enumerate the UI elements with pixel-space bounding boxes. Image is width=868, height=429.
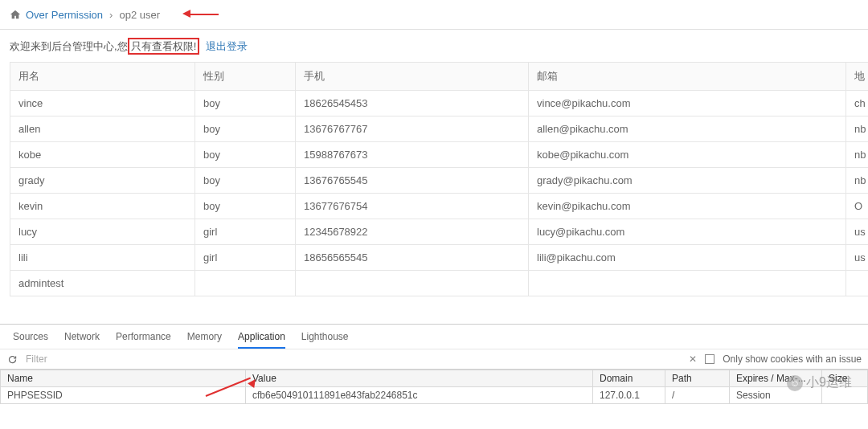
cookie-row[interactable]: PHPSESSID cfb6e504910111891e843fab224685…: [1, 387, 868, 404]
ck-domain: 127.0.0.1: [593, 387, 665, 404]
cell-gender: boy: [195, 168, 296, 194]
cell-gender: boy: [195, 91, 296, 116]
cell-phone: 15988767673: [296, 142, 529, 168]
breadcrumb-link-over-permission[interactable]: Over Permission: [26, 9, 103, 21]
cell-addr: nb: [846, 142, 869, 168]
annotation-arrow-icon: [182, 6, 219, 21]
th-phone: 手机: [296, 63, 529, 91]
devtools-panel: Sources Network Performance Memory Appli…: [0, 324, 868, 427]
cell-phone: 12345678922: [296, 219, 529, 245]
table-row: kevinboy13677676754kevin@pikachu.comO: [10, 194, 869, 219]
cell-phone: 13677676754: [296, 194, 529, 219]
cell-email: [529, 271, 846, 296]
ck-th-domain[interactable]: Domain: [593, 370, 665, 387]
cell-addr: nb: [846, 168, 869, 194]
cell-gender: girl: [195, 245, 296, 271]
th-gender: 性别: [195, 63, 296, 91]
cell-name: grady: [10, 168, 195, 194]
cell-gender: [195, 271, 296, 296]
ck-th-size[interactable]: Size: [822, 370, 868, 387]
user-table-wrap: 用名 性别 手机 邮箱 地 vinceboy18626545453vince@p…: [0, 62, 868, 296]
tab-lighthouse[interactable]: Lighthouse: [301, 329, 349, 349]
cell-email: allen@pikachu.com: [529, 116, 846, 142]
tab-application[interactable]: Application: [238, 329, 285, 349]
cell-name: allen: [10, 116, 195, 142]
cell-name: vince: [10, 91, 195, 116]
ck-th-path[interactable]: Path: [665, 370, 730, 387]
cell-addr: O: [846, 194, 869, 219]
table-row: kobeboy15988767673kobe@pikachu.comnb: [10, 142, 869, 168]
breadcrumb-current: op2 user: [119, 9, 160, 21]
tab-network[interactable]: Network: [64, 329, 100, 349]
cell-gender: boy: [195, 194, 296, 219]
cell-email: vince@pikachu.com: [529, 91, 846, 116]
cell-phone: 18656565545: [296, 245, 529, 271]
breadcrumb: Over Permission › op2 user: [0, 0, 868, 30]
table-body: vinceboy18626545453vince@pikachu.comchal…: [10, 91, 869, 296]
ck-th-name[interactable]: Name: [1, 370, 246, 387]
cell-phone: 18626545453: [296, 91, 529, 116]
filter-settings-icon[interactable]: [669, 353, 681, 366]
ck-name: PHPSESSID: [1, 387, 246, 404]
cell-name: admintest: [10, 271, 195, 296]
refresh-icon[interactable]: [6, 353, 18, 365]
cell-gender: girl: [195, 219, 296, 245]
cell-email: kevin@pikachu.com: [529, 194, 846, 219]
cookie-body: PHPSESSID cfb6e504910111891e843fab224685…: [1, 387, 868, 404]
th-addr: 地: [846, 63, 869, 91]
th-email: 邮箱: [529, 63, 846, 91]
cell-phone: [296, 271, 529, 296]
table-row: liligirl18656565545lili@pikachu.comus: [10, 245, 869, 271]
ck-th-value[interactable]: Value: [246, 370, 593, 387]
table-row: vinceboy18626545453vince@pikachu.comch: [10, 91, 869, 116]
only-issue-label: Only show cookies with an issue: [723, 353, 862, 365]
tab-memory[interactable]: Memory: [187, 329, 222, 349]
table-row: admintest: [10, 271, 869, 296]
welcome-text: 欢迎来到后台管理中心,您只有查看权限! 退出登录: [0, 30, 868, 62]
cell-addr: [846, 271, 869, 296]
ck-value: cfb6e504910111891e843fab2246851c: [246, 387, 593, 404]
home-icon[interactable]: [10, 9, 21, 20]
ck-expires: Session: [730, 387, 822, 404]
devtools-tabs: Sources Network Performance Memory Appli…: [0, 325, 868, 349]
cell-name: kobe: [10, 142, 195, 168]
tab-sources[interactable]: Sources: [13, 329, 48, 349]
welcome-highlight: 只有查看权限!: [128, 38, 200, 55]
user-table: 用名 性别 手机 邮箱 地 vinceboy18626545453vince@p…: [10, 62, 868, 296]
cell-gender: boy: [195, 142, 296, 168]
cell-addr: ch: [846, 91, 869, 116]
ck-path: /: [665, 387, 730, 404]
welcome-prefix: 欢迎来到后台管理中心,您: [10, 40, 128, 52]
clear-icon[interactable]: ✕: [689, 353, 697, 365]
cell-name: kevin: [10, 194, 195, 219]
table-row: gradyboy13676765545grady@pikachu.comnb: [10, 168, 869, 194]
cell-phone: 13676765545: [296, 168, 529, 194]
cell-email: kobe@pikachu.com: [529, 142, 846, 168]
cookie-header-row: Name Value Domain Path Expires / Max-...…: [1, 370, 868, 387]
cell-addr: us: [846, 245, 869, 271]
table-row: allenboy13676767767allen@pikachu.comnb: [10, 116, 869, 142]
ck-th-expires[interactable]: Expires / Max-...: [730, 370, 822, 387]
cell-email: lili@pikachu.com: [529, 245, 846, 271]
cell-phone: 13676767767: [296, 116, 529, 142]
cell-name: lili: [10, 245, 195, 271]
tab-performance[interactable]: Performance: [116, 329, 171, 349]
only-issue-checkbox[interactable]: [705, 354, 714, 364]
logout-link[interactable]: 退出登录: [206, 40, 248, 52]
breadcrumb-separator: ›: [109, 9, 113, 21]
cell-addr: nb: [846, 116, 869, 142]
th-name: 用名: [10, 63, 195, 91]
filter-input[interactable]: [23, 352, 473, 366]
ck-size: [822, 387, 868, 404]
cell-email: lucy@pikachu.com: [529, 219, 846, 245]
devtools-filter-row: ✕ Only show cookies with an issue: [0, 349, 868, 370]
cell-gender: boy: [195, 116, 296, 142]
cookie-table: Name Value Domain Path Expires / Max-...…: [0, 370, 868, 404]
cell-addr: us: [846, 219, 869, 245]
table-header-row: 用名 性别 手机 邮箱 地: [10, 63, 869, 91]
table-row: lucygirl12345678922lucy@pikachu.comus: [10, 219, 869, 245]
cell-email: grady@pikachu.com: [529, 168, 846, 194]
cell-name: lucy: [10, 219, 195, 245]
